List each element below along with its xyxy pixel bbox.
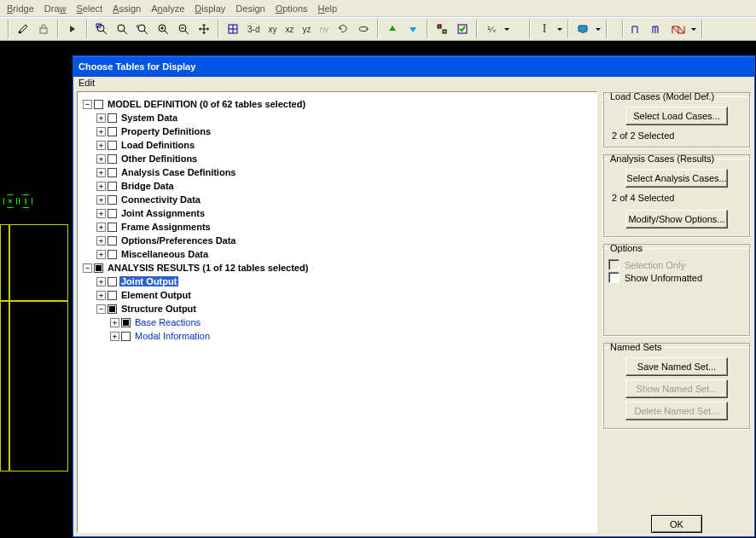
check-icon[interactable] <box>453 20 472 38</box>
tree-model-definition[interactable]: MODEL DEFINITION (0 of 62 tables selecte… <box>106 99 307 109</box>
expander-icon[interactable]: + <box>96 168 106 177</box>
save-named-set-button[interactable]: Save Named Set... <box>625 357 728 376</box>
checkbox[interactable] <box>94 100 103 109</box>
tree-other-definitions[interactable]: Other Definitions <box>119 153 199 164</box>
expander-icon[interactable]: + <box>96 209 106 218</box>
edit-menu[interactable]: Edit <box>79 78 95 88</box>
checkbox[interactable] <box>121 332 131 341</box>
select-analysis-cases-button[interactable]: Select Analysis Cases... <box>625 169 728 188</box>
checkbox-checked[interactable] <box>121 318 131 327</box>
show-unformatted-checkbox[interactable] <box>608 272 619 283</box>
checkbox[interactable] <box>108 223 117 232</box>
tree-property-definitions[interactable]: Property Definitions <box>119 126 212 136</box>
view-3d-button[interactable]: 3-d <box>244 20 263 38</box>
checkbox-checked[interactable] <box>94 263 103 273</box>
menu-help[interactable]: Help <box>318 3 338 14</box>
checkbox[interactable] <box>108 291 117 300</box>
select-load-cases-button[interactable]: Select Load Cases... <box>625 107 728 125</box>
expander-icon[interactable]: + <box>96 236 106 246</box>
tree-miscellaneous-data[interactable]: Miscellaneous Data <box>119 249 210 259</box>
zoom-window-icon[interactable] <box>92 20 111 38</box>
ok-button[interactable]: OK <box>651 515 702 533</box>
menu-select[interactable]: Select <box>77 3 103 14</box>
delete-named-set-button[interactable]: Delete Named Set... <box>625 402 728 420</box>
tree-frame-assignments[interactable]: Frame Assignments <box>119 222 212 232</box>
tree-base-reactions[interactable]: Base Reactions <box>133 317 202 327</box>
menu-draw[interactable]: Draw <box>44 3 67 14</box>
tree-joint-assignments[interactable]: Joint Assignments <box>119 208 206 218</box>
dropdown-icon[interactable] <box>594 20 602 38</box>
frame2-icon[interactable] <box>648 20 667 38</box>
menu-analyze[interactable]: Analyze <box>151 3 184 14</box>
zoom-in-icon[interactable] <box>154 20 172 38</box>
checkbox[interactable] <box>108 277 117 286</box>
arrow-up-icon[interactable] <box>383 20 402 38</box>
zoom-out-icon[interactable] <box>174 20 193 38</box>
expander-icon[interactable]: + <box>110 318 119 327</box>
tree-connectivity-data[interactable]: Connectivity Data <box>119 194 202 205</box>
menu-options[interactable]: Options <box>276 3 308 14</box>
modify-show-options-button[interactable]: Modify/Show Options... <box>625 210 728 229</box>
text-tool-icon[interactable]: I <box>535 20 554 38</box>
rotate-icon[interactable] <box>354 20 373 38</box>
screen-icon[interactable] <box>573 20 592 38</box>
zoom-prev-icon[interactable] <box>133 20 152 38</box>
refresh-icon[interactable] <box>334 20 352 38</box>
checkbox[interactable] <box>108 209 117 218</box>
tree-joint-output[interactable]: Joint Output <box>119 276 178 286</box>
menu-bridge[interactable]: Bridge <box>7 3 34 14</box>
expander-icon[interactable]: − <box>83 100 92 109</box>
dropdown-icon[interactable] <box>689 20 697 38</box>
checkbox[interactable] <box>108 236 117 246</box>
view-yz-button[interactable]: yz <box>299 20 314 38</box>
expander-icon[interactable]: − <box>83 263 92 273</box>
checkbox[interactable] <box>108 113 117 123</box>
checkbox[interactable] <box>108 168 117 177</box>
expander-icon[interactable]: + <box>96 223 106 232</box>
expander-icon[interactable]: + <box>96 250 106 259</box>
expander-icon[interactable]: + <box>96 277 106 286</box>
zoom-extents-icon[interactable] <box>113 20 131 38</box>
tree-analysis-results[interactable]: ANALYSIS RESULTS (1 of 12 tables selecte… <box>106 263 310 273</box>
tree-modal-information[interactable]: Modal Information <box>133 331 212 341</box>
expander-icon[interactable]: + <box>96 195 106 205</box>
expander-icon[interactable]: + <box>96 141 106 150</box>
tree-load-definitions[interactable]: Load Definitions <box>119 140 196 150</box>
tree-analysis-case-definitions[interactable]: Analysis Case Definitions <box>119 167 238 177</box>
expander-icon[interactable]: − <box>96 304 106 314</box>
tree-element-output[interactable]: Element Output <box>119 290 193 300</box>
tree-system-data[interactable]: System Data <box>119 113 179 123</box>
pan-icon[interactable] <box>195 20 213 38</box>
checkbox[interactable] <box>108 141 117 150</box>
show-named-set-button[interactable]: Show Named Set... <box>625 379 728 398</box>
tables-tree[interactable]: − MODEL DEFINITION (0 of 62 tables selec… <box>77 91 597 533</box>
checkbox[interactable] <box>108 195 117 205</box>
dropdown-icon[interactable] <box>503 20 510 38</box>
checkbox-checked[interactable] <box>108 304 117 314</box>
dropdown-icon[interactable] <box>555 20 563 38</box>
expander-icon[interactable]: + <box>96 113 106 123</box>
fraction-icon[interactable]: ⅟ₓ <box>482 20 501 38</box>
menu-display[interactable]: Display <box>195 3 225 14</box>
expander-icon[interactable]: + <box>96 182 106 191</box>
frame1-icon[interactable] <box>628 20 647 38</box>
checkbox[interactable] <box>108 182 117 191</box>
tree-bridge-data[interactable]: Bridge Data <box>119 181 176 191</box>
checkbox[interactable] <box>108 154 117 164</box>
expander-icon[interactable]: + <box>96 291 106 300</box>
tree-options-preferences[interactable]: Options/Preferences Data <box>119 235 238 246</box>
menu-assign[interactable]: Assign <box>113 3 141 14</box>
expander-icon[interactable]: + <box>110 332 119 341</box>
arrow-down-icon[interactable] <box>404 20 422 38</box>
checkbox[interactable] <box>108 127 117 136</box>
expander-icon[interactable]: + <box>96 154 106 164</box>
grid-icon[interactable] <box>224 20 242 38</box>
dialog-titlebar[interactable]: Choose Tables for Display <box>73 56 754 77</box>
play-icon[interactable] <box>63 20 82 38</box>
truss-icon[interactable] <box>669 20 688 38</box>
menu-design[interactable]: Design <box>236 3 265 14</box>
lock-icon[interactable] <box>34 20 53 38</box>
expander-icon[interactable]: + <box>96 127 106 136</box>
view-xz-button[interactable]: xz <box>282 20 297 38</box>
pencil-icon[interactable] <box>14 20 32 38</box>
